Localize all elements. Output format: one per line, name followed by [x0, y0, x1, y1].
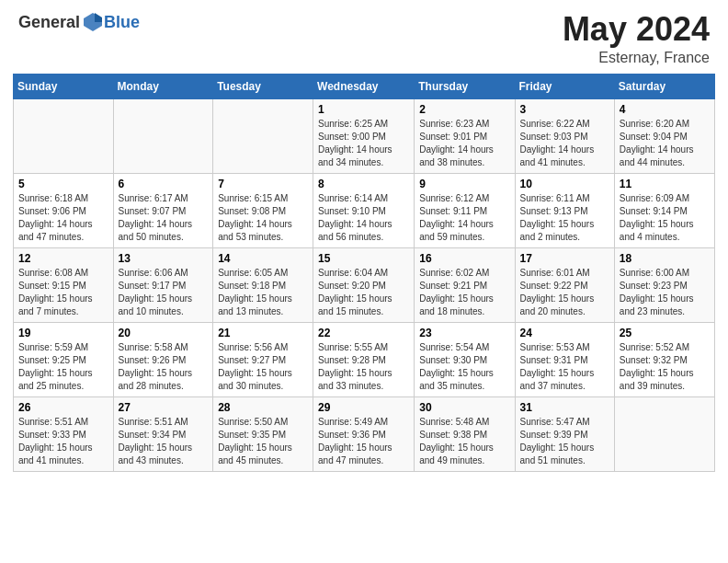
- calendar-week-row: 26Sunrise: 5:51 AM Sunset: 9:33 PM Dayli…: [14, 396, 715, 471]
- calendar-week-row: 1Sunrise: 6:25 AM Sunset: 9:00 PM Daylig…: [14, 98, 715, 173]
- day-number: 3: [520, 103, 609, 116]
- day-info: Sunrise: 5:54 AM Sunset: 9:30 PM Dayligh…: [419, 341, 509, 393]
- calendar-title: May 2024: [563, 11, 710, 48]
- calendar-day-header: Thursday: [415, 74, 515, 98]
- day-number: 25: [620, 327, 710, 339]
- day-info: Sunrise: 6:15 AM Sunset: 9:08 PM Dayligh…: [218, 192, 308, 244]
- calendar-cell: 16Sunrise: 6:02 AM Sunset: 9:21 PM Dayli…: [415, 247, 515, 322]
- day-number: 8: [318, 178, 409, 190]
- day-info: Sunrise: 5:55 AM Sunset: 9:28 PM Dayligh…: [318, 341, 409, 393]
- calendar-week-row: 19Sunrise: 5:59 AM Sunset: 9:25 PM Dayli…: [14, 322, 715, 396]
- calendar-cell: 18Sunrise: 6:00 AM Sunset: 9:23 PM Dayli…: [614, 247, 714, 322]
- day-number: 11: [620, 178, 710, 190]
- day-info: Sunrise: 5:59 AM Sunset: 9:25 PM Dayligh…: [18, 341, 108, 393]
- logo-general-text: General: [18, 13, 80, 32]
- day-info: Sunrise: 6:05 AM Sunset: 9:18 PM Dayligh…: [218, 267, 308, 318]
- day-number: 18: [620, 252, 710, 265]
- day-number: 16: [419, 252, 509, 265]
- day-info: Sunrise: 5:53 AM Sunset: 9:31 PM Dayligh…: [520, 341, 609, 393]
- calendar-cell: 13Sunrise: 6:06 AM Sunset: 9:17 PM Dayli…: [113, 247, 213, 322]
- day-info: Sunrise: 6:01 AM Sunset: 9:22 PM Dayligh…: [520, 267, 609, 318]
- calendar-header-row: SundayMondayTuesdayWednesdayThursdayFrid…: [14, 74, 715, 98]
- day-info: Sunrise: 6:02 AM Sunset: 9:21 PM Dayligh…: [419, 267, 509, 318]
- calendar-cell: 3Sunrise: 6:22 AM Sunset: 9:03 PM Daylig…: [515, 98, 614, 173]
- calendar-cell: [614, 396, 714, 471]
- calendar-cell: 12Sunrise: 6:08 AM Sunset: 9:15 PM Dayli…: [14, 247, 114, 322]
- day-number: 26: [18, 401, 108, 414]
- calendar-day-header: Saturday: [614, 74, 714, 98]
- day-info: Sunrise: 5:50 AM Sunset: 9:35 PM Dayligh…: [218, 416, 308, 467]
- calendar-cell: 27Sunrise: 5:51 AM Sunset: 9:34 PM Dayli…: [113, 396, 213, 471]
- calendar-cell: [213, 98, 313, 173]
- day-number: 13: [119, 252, 209, 265]
- day-info: Sunrise: 6:09 AM Sunset: 9:14 PM Dayligh…: [620, 192, 710, 244]
- day-number: 2: [419, 103, 509, 116]
- calendar-week-row: 12Sunrise: 6:08 AM Sunset: 9:15 PM Dayli…: [14, 247, 715, 322]
- day-info: Sunrise: 6:14 AM Sunset: 9:10 PM Dayligh…: [318, 192, 409, 244]
- day-info: Sunrise: 5:52 AM Sunset: 9:32 PM Dayligh…: [620, 341, 710, 393]
- day-number: 27: [119, 401, 209, 414]
- day-info: Sunrise: 5:47 AM Sunset: 9:39 PM Dayligh…: [520, 416, 609, 467]
- day-number: 5: [18, 178, 108, 190]
- day-number: 21: [218, 327, 308, 339]
- day-number: 24: [520, 327, 609, 339]
- day-number: 17: [520, 252, 609, 265]
- calendar-cell: 9Sunrise: 6:12 AM Sunset: 9:11 PM Daylig…: [415, 173, 515, 247]
- calendar-day-header: Friday: [515, 74, 614, 98]
- calendar-cell: 7Sunrise: 6:15 AM Sunset: 9:08 PM Daylig…: [213, 173, 313, 247]
- calendar-cell: 28Sunrise: 5:50 AM Sunset: 9:35 PM Dayli…: [213, 396, 313, 471]
- day-info: Sunrise: 5:49 AM Sunset: 9:36 PM Dayligh…: [318, 416, 409, 467]
- calendar-day-header: Wednesday: [313, 74, 415, 98]
- calendar-table: SundayMondayTuesdayWednesdayThursdayFrid…: [13, 74, 715, 472]
- calendar-day-header: Monday: [113, 74, 213, 98]
- calendar-cell: 24Sunrise: 5:53 AM Sunset: 9:31 PM Dayli…: [515, 322, 614, 396]
- calendar-cell: 22Sunrise: 5:55 AM Sunset: 9:28 PM Dayli…: [313, 322, 415, 396]
- day-info: Sunrise: 6:25 AM Sunset: 9:00 PM Dayligh…: [318, 118, 409, 169]
- logo-blue-text: Blue: [104, 13, 140, 32]
- calendar-cell: 15Sunrise: 6:04 AM Sunset: 9:20 PM Dayli…: [313, 247, 415, 322]
- page: General Blue May 2024 Esternay, France S…: [0, 0, 728, 563]
- calendar-cell: 20Sunrise: 5:58 AM Sunset: 9:26 PM Dayli…: [113, 322, 213, 396]
- title-block: May 2024 Esternay, France: [563, 11, 710, 66]
- day-number: 9: [419, 178, 509, 190]
- calendar-cell: 26Sunrise: 5:51 AM Sunset: 9:33 PM Dayli…: [14, 396, 114, 471]
- calendar-cell: 5Sunrise: 6:18 AM Sunset: 9:06 PM Daylig…: [14, 173, 114, 247]
- day-number: 12: [18, 252, 108, 265]
- day-info: Sunrise: 6:12 AM Sunset: 9:11 PM Dayligh…: [419, 192, 509, 244]
- calendar-cell: 29Sunrise: 5:49 AM Sunset: 9:36 PM Dayli…: [313, 396, 415, 471]
- day-number: 7: [218, 178, 308, 190]
- calendar-cell: 6Sunrise: 6:17 AM Sunset: 9:07 PM Daylig…: [113, 173, 213, 247]
- calendar-cell: 2Sunrise: 6:23 AM Sunset: 9:01 PM Daylig…: [415, 98, 515, 173]
- day-info: Sunrise: 5:51 AM Sunset: 9:34 PM Dayligh…: [119, 416, 209, 467]
- day-info: Sunrise: 5:48 AM Sunset: 9:38 PM Dayligh…: [419, 416, 509, 467]
- svg-marker-1: [95, 13, 102, 22]
- calendar-cell: 14Sunrise: 6:05 AM Sunset: 9:18 PM Dayli…: [213, 247, 313, 322]
- calendar-cell: 23Sunrise: 5:54 AM Sunset: 9:30 PM Dayli…: [415, 322, 515, 396]
- day-info: Sunrise: 6:22 AM Sunset: 9:03 PM Dayligh…: [520, 118, 609, 169]
- day-info: Sunrise: 6:04 AM Sunset: 9:20 PM Dayligh…: [318, 267, 409, 318]
- day-number: 10: [520, 178, 609, 190]
- calendar-week-row: 5Sunrise: 6:18 AM Sunset: 9:06 PM Daylig…: [14, 173, 715, 247]
- day-info: Sunrise: 5:58 AM Sunset: 9:26 PM Dayligh…: [119, 341, 209, 393]
- logo: General Blue: [18, 11, 140, 33]
- day-info: Sunrise: 6:20 AM Sunset: 9:04 PM Dayligh…: [620, 118, 710, 169]
- day-info: Sunrise: 6:08 AM Sunset: 9:15 PM Dayligh…: [18, 267, 108, 318]
- calendar-cell: 10Sunrise: 6:11 AM Sunset: 9:13 PM Dayli…: [515, 173, 614, 247]
- calendar-cell: 8Sunrise: 6:14 AM Sunset: 9:10 PM Daylig…: [313, 173, 415, 247]
- day-number: 31: [520, 401, 609, 414]
- logo-text: General Blue: [18, 11, 140, 33]
- day-number: 1: [318, 103, 409, 116]
- day-info: Sunrise: 6:11 AM Sunset: 9:13 PM Dayligh…: [520, 192, 609, 244]
- day-number: 23: [419, 327, 509, 339]
- day-number: 4: [620, 103, 710, 116]
- day-number: 28: [218, 401, 308, 414]
- logo-icon: [82, 11, 104, 33]
- calendar-cell: 1Sunrise: 6:25 AM Sunset: 9:00 PM Daylig…: [313, 98, 415, 173]
- day-number: 20: [119, 327, 209, 339]
- calendar-day-header: Tuesday: [213, 74, 313, 98]
- calendar-cell: 31Sunrise: 5:47 AM Sunset: 9:39 PM Dayli…: [515, 396, 614, 471]
- day-number: 22: [318, 327, 409, 339]
- day-info: Sunrise: 6:18 AM Sunset: 9:06 PM Dayligh…: [18, 192, 108, 244]
- day-info: Sunrise: 5:51 AM Sunset: 9:33 PM Dayligh…: [18, 416, 108, 467]
- day-number: 15: [318, 252, 409, 265]
